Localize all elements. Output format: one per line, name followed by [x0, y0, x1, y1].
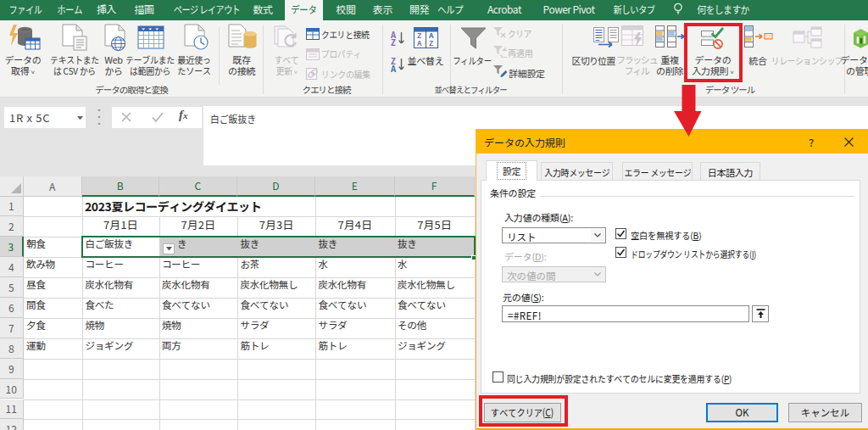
svg-text:Z: Z [391, 36, 396, 47]
svg-text:A: A [416, 37, 422, 47]
svg-text:Z: Z [429, 37, 433, 47]
svg-text:A: A [391, 63, 397, 73]
